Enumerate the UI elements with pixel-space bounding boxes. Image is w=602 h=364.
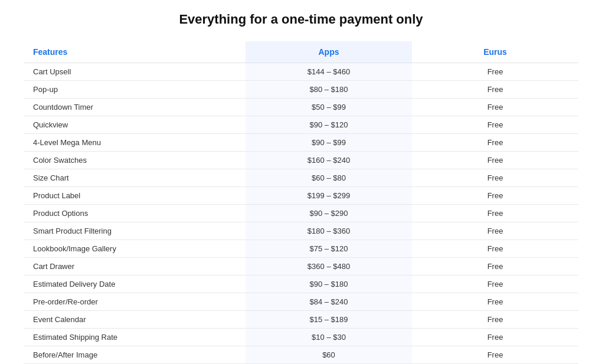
apps-price-cell: $80 – $180	[246, 81, 412, 99]
feature-cell: Size Chart	[24, 169, 246, 187]
comparison-table: Features Apps Eurus Cart Upsell$144 – $4…	[24, 41, 578, 364]
feature-cell: Color Swatches	[24, 152, 246, 169]
feature-cell: Pop-up	[24, 81, 246, 99]
feature-cell: Event Calendar	[24, 311, 246, 329]
apps-price-cell: $60 – $80	[246, 169, 412, 187]
apps-price-cell: $84 – $240	[246, 293, 412, 311]
table-row: Event Calendar$15 – $189Free	[24, 311, 578, 329]
eurus-free-cell: Free	[412, 99, 578, 116]
feature-cell: Before/After Image	[24, 346, 246, 364]
apps-price-cell: $144 – $460	[246, 63, 412, 81]
page-title: Everything for a one-time payment only	[179, 12, 423, 27]
apps-price-cell: $180 – $360	[246, 222, 412, 240]
feature-cell: Cart Drawer	[24, 258, 246, 276]
table-row: Color Swatches$160 – $240Free	[24, 152, 578, 169]
table-row: Cart Upsell$144 – $460Free	[24, 63, 578, 81]
table-row: Product Options$90 – $290Free	[24, 205, 578, 222]
apps-price-cell: $90 – $120	[246, 116, 412, 134]
apps-price-cell: $90 – $290	[246, 205, 412, 222]
eurus-free-cell: Free	[412, 63, 578, 81]
apps-price-cell: $15 – $189	[246, 311, 412, 329]
eurus-free-cell: Free	[412, 81, 578, 99]
col-header-features: Features	[24, 41, 246, 63]
feature-cell: Product Label	[24, 187, 246, 205]
eurus-free-cell: Free	[412, 240, 578, 258]
apps-price-cell: $50 – $99	[246, 99, 412, 116]
feature-cell: Cart Upsell	[24, 63, 246, 81]
table-row: Size Chart$60 – $80Free	[24, 169, 578, 187]
apps-price-cell: $160 – $240	[246, 152, 412, 169]
col-header-apps: Apps	[246, 41, 412, 63]
eurus-free-cell: Free	[412, 187, 578, 205]
table-row: 4-Level Mega Menu$90 – $99Free	[24, 134, 578, 152]
feature-cell: Countdown Timer	[24, 99, 246, 116]
table-row: Estimated Shipping Rate$10 – $30Free	[24, 329, 578, 346]
table-row: Product Label$199 – $299Free	[24, 187, 578, 205]
apps-price-cell: $90 – $99	[246, 134, 412, 152]
feature-cell: Smart Product Filtering	[24, 222, 246, 240]
eurus-free-cell: Free	[412, 293, 578, 311]
table-row: Quickview$90 – $120Free	[24, 116, 578, 134]
eurus-free-cell: Free	[412, 152, 578, 169]
eurus-free-cell: Free	[412, 329, 578, 346]
eurus-free-cell: Free	[412, 311, 578, 329]
table-row: Estimated Delivery Date$90 – $180Free	[24, 276, 578, 293]
eurus-free-cell: Free	[412, 276, 578, 293]
table-row: Smart Product Filtering$180 – $360Free	[24, 222, 578, 240]
feature-cell: Estimated Shipping Rate	[24, 329, 246, 346]
table-row: Cart Drawer$360 – $480Free	[24, 258, 578, 276]
feature-cell: Quickview	[24, 116, 246, 134]
eurus-free-cell: Free	[412, 346, 578, 364]
table-row: Lookbook/Image Gallery$75 – $120Free	[24, 240, 578, 258]
table-row: Pop-up$80 – $180Free	[24, 81, 578, 99]
feature-cell: 4-Level Mega Menu	[24, 134, 246, 152]
apps-price-cell: $10 – $30	[246, 329, 412, 346]
col-header-eurus: Eurus	[412, 41, 578, 63]
apps-price-cell: $90 – $180	[246, 276, 412, 293]
feature-cell: Lookbook/Image Gallery	[24, 240, 246, 258]
eurus-free-cell: Free	[412, 169, 578, 187]
eurus-free-cell: Free	[412, 222, 578, 240]
eurus-free-cell: Free	[412, 205, 578, 222]
eurus-free-cell: Free	[412, 134, 578, 152]
apps-price-cell: $60	[246, 346, 412, 364]
apps-price-cell: $199 – $299	[246, 187, 412, 205]
eurus-free-cell: Free	[412, 258, 578, 276]
table-row: Before/After Image$60Free	[24, 346, 578, 364]
feature-cell: Product Options	[24, 205, 246, 222]
apps-price-cell: $75 – $120	[246, 240, 412, 258]
eurus-free-cell: Free	[412, 116, 578, 134]
table-row: Pre-order/Re-order$84 – $240Free	[24, 293, 578, 311]
feature-cell: Pre-order/Re-order	[24, 293, 246, 311]
apps-price-cell: $360 – $480	[246, 258, 412, 276]
table-row: Countdown Timer$50 – $99Free	[24, 99, 578, 116]
feature-cell: Estimated Delivery Date	[24, 276, 246, 293]
